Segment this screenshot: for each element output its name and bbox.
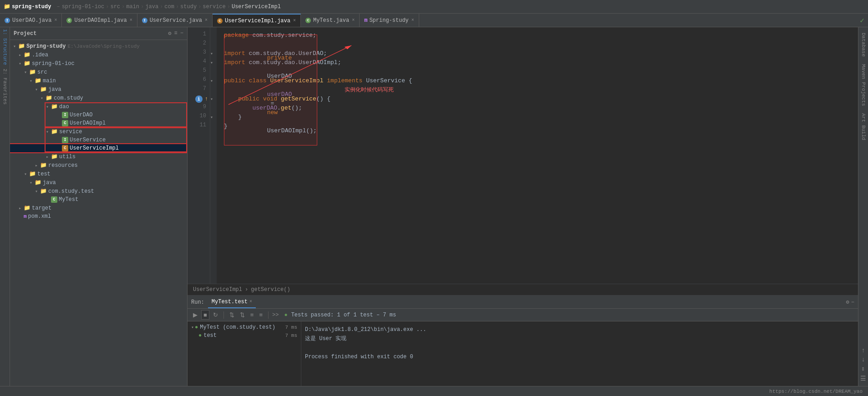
tab-close-UserDAO[interactable]: × bbox=[54, 18, 57, 23]
warning-arrow-line8: ↑ bbox=[205, 96, 208, 102]
right-btn2[interactable]: ☰ bbox=[860, 375, 866, 382]
fold-6[interactable]: ▾ bbox=[210, 76, 217, 85]
run-expand-btn[interactable]: ≡ bbox=[249, 311, 256, 319]
tree-utils[interactable]: ▸ 📁 utils bbox=[10, 152, 187, 161]
fold-3[interactable]: ▾ bbox=[210, 49, 217, 58]
run-rerun-btn[interactable]: ↻ bbox=[211, 311, 220, 319]
tree-service[interactable]: ▾ 📁 service bbox=[10, 127, 187, 136]
tree-dao[interactable]: ▾ 📁 dao bbox=[10, 102, 187, 111]
tab-UserDAO[interactable]: I UserDAO.java × bbox=[0, 14, 62, 27]
service-folder-icon: 📁 bbox=[51, 128, 58, 135]
run-sort2-btn[interactable]: ⇅ bbox=[238, 311, 247, 319]
tree-label-java-test: java bbox=[43, 180, 56, 186]
bc-item-6: study bbox=[180, 4, 197, 10]
run-tree: ▾ ● MyTest (com.study.test) 7 ms ● test … bbox=[188, 321, 301, 386]
code-editor[interactable]: 1 2 3 4 5 6 7 i ↑ 9 10 11 ▾ ▾ bbox=[188, 27, 858, 284]
tab-icon-UserServiceImpl: C bbox=[217, 18, 223, 24]
tab-close-SpringStudy[interactable]: × bbox=[411, 18, 414, 23]
code-line-5 bbox=[224, 67, 851, 76]
tab-UserService[interactable]: I UserService.java × bbox=[137, 14, 213, 27]
right-sidebar-bottom: ↑ ↓ ⇔ ☰ bbox=[860, 345, 866, 384]
run-tree-item-MyTest[interactable]: ▾ ● MyTest (com.study.test) 7 ms bbox=[189, 323, 299, 331]
tab-label-UserServiceImpl: UserServiceImpl.java bbox=[225, 18, 290, 24]
tree-java-main[interactable]: ▾ 📁 java bbox=[10, 85, 187, 94]
fold-9 bbox=[210, 104, 217, 113]
bc-item-3: main bbox=[126, 4, 139, 10]
tab-close-UserService[interactable]: × bbox=[205, 18, 208, 23]
tree-pomxml[interactable]: ▸ m pom.xml bbox=[10, 212, 187, 221]
fold-4[interactable]: ▾ bbox=[210, 58, 217, 67]
tab-close-UserDAOImpl[interactable]: × bbox=[130, 18, 132, 23]
tree-src[interactable]: ▾ 📁 src bbox=[10, 68, 187, 76]
tree-resources[interactable]: ▸ 📁 resources bbox=[10, 161, 187, 170]
code-line-6: public class UserServiceImpl implements … bbox=[224, 76, 851, 85]
favorites-icon[interactable]: 2: Favorites bbox=[1, 67, 9, 106]
tree-test[interactable]: ▾ 📁 test bbox=[10, 170, 187, 178]
right-arrow-down[interactable]: ↓ bbox=[861, 356, 865, 363]
resources-folder-icon: 📁 bbox=[40, 162, 47, 169]
code-lines[interactable]: package com.study.service; import com.st… bbox=[217, 27, 858, 284]
database-label[interactable]: Database bbox=[860, 29, 867, 60]
tree-arrow-test: ▾ bbox=[23, 171, 28, 177]
fold-8[interactable]: ▾ bbox=[210, 95, 217, 104]
tree-label-src: src bbox=[37, 69, 47, 75]
run-play-btn[interactable]: ▶ bbox=[191, 311, 199, 319]
tab-close-MyTest[interactable]: × bbox=[352, 18, 355, 23]
tree-comstudy[interactable]: ▾ 📁 com.study bbox=[10, 94, 187, 102]
tabs-spacer bbox=[419, 14, 857, 27]
tree-java-test[interactable]: ▾ 📁 java bbox=[10, 178, 187, 187]
run-tab-MyTest[interactable]: MyTest.test × bbox=[208, 296, 256, 308]
settings-icon[interactable]: ≡ bbox=[174, 30, 178, 37]
line-num-9: 9 bbox=[189, 104, 208, 113]
tab-label-SpringStudy: Spring-study bbox=[369, 17, 408, 24]
title-bar: 📁 spring-study – spring-01-ioc › src › m… bbox=[0, 0, 868, 14]
dao-region: ▾ 📁 dao ▸ I UserDAO ▸ C UserDAOImpl bbox=[10, 102, 187, 127]
run-more-icon: >> bbox=[272, 312, 279, 318]
tree-UserDAOImpl[interactable]: ▸ C UserDAOImpl bbox=[10, 119, 187, 127]
tree-root-Spring-study[interactable]: ▾ 📁 Spring-study E:\JavaCode\Spring-stud… bbox=[10, 42, 187, 50]
checkmark-icon: ✓ bbox=[856, 14, 868, 27]
title-project: 📁 spring-study bbox=[4, 3, 51, 10]
tree-MyTest[interactable]: ▸ C MyTest bbox=[10, 195, 187, 204]
tree-spring01ioc[interactable]: ▾ 📁 spring-01-ioc bbox=[10, 59, 187, 68]
tab-UserDAOImpl[interactable]: C UserDAOImpl.java × bbox=[62, 14, 137, 27]
tree-UserService[interactable]: ▸ I UserService bbox=[10, 136, 187, 144]
right-arrow-up[interactable]: ↑ bbox=[861, 347, 865, 354]
tab-MyTest[interactable]: C MyTest.java × bbox=[301, 14, 360, 27]
run-stop-btn[interactable]: ■ bbox=[201, 310, 209, 320]
tree-UserDAO[interactable]: ▸ I UserDAO bbox=[10, 111, 187, 119]
tree-arrow-src: ▾ bbox=[23, 70, 28, 75]
tree-idea[interactable]: ▸ 📁 .idea bbox=[10, 50, 187, 59]
minimize-icon[interactable]: − bbox=[180, 30, 183, 37]
tab-label-UserService: UserService.java bbox=[150, 17, 202, 24]
run-collapse-btn[interactable]: ≡ bbox=[257, 311, 264, 319]
fold-10[interactable]: ▾ bbox=[210, 113, 217, 122]
fold-1 bbox=[210, 31, 217, 40]
run-tab-close[interactable]: × bbox=[249, 299, 252, 304]
tree-UserServiceImpl[interactable]: ▸ C UserServiceImpl bbox=[10, 144, 187, 152]
maven-label[interactable]: Maven Projects bbox=[860, 60, 867, 110]
run-settings-icon[interactable]: ⚙ bbox=[846, 299, 849, 306]
artbuild-label[interactable]: Art Build bbox=[860, 110, 867, 144]
run-tab-label: MyTest.test bbox=[212, 299, 248, 305]
structure-icon[interactable]: 1: Structure bbox=[1, 27, 9, 67]
tree-arrow-resources: ▸ bbox=[34, 163, 39, 168]
line-num-6: 6 bbox=[189, 76, 208, 85]
run-sort-btn[interactable]: ⇅ bbox=[228, 311, 236, 319]
tree-target[interactable]: ▸ 📁 target bbox=[10, 204, 187, 212]
tree-arrow-target: ▸ bbox=[17, 206, 23, 211]
run-tree-item-test[interactable]: ● test 7 ms bbox=[189, 331, 299, 340]
bc-item-8: UserServiceImpl bbox=[232, 4, 281, 10]
run-header: Run: MyTest.test × ⚙ − bbox=[188, 296, 858, 309]
sidebar-icons: ⚙ ≡ − bbox=[168, 30, 183, 37]
tree-comstudytest[interactable]: ▾ 📁 com.study.test bbox=[10, 187, 187, 195]
tree-main[interactable]: ▾ 📁 main bbox=[10, 76, 187, 85]
test-pass-icon: ● bbox=[198, 332, 202, 339]
tab-SpringStudy[interactable]: m Spring-study × bbox=[360, 14, 419, 27]
tab-close-UserServiceImpl[interactable]: × bbox=[293, 18, 296, 23]
tab-UserServiceImpl[interactable]: C UserServiceImpl.java × bbox=[213, 14, 301, 27]
run-minimize-icon[interactable]: − bbox=[851, 299, 854, 306]
right-btn1[interactable]: ⇔ bbox=[859, 367, 867, 371]
sync-icon[interactable]: ⚙ bbox=[168, 30, 171, 37]
output-line-3 bbox=[305, 343, 854, 352]
